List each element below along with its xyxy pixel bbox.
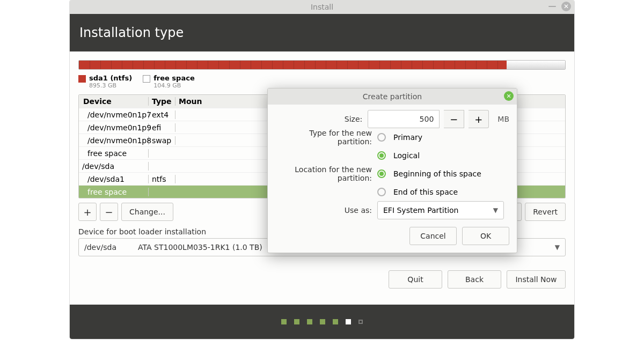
partition-device-cell: free space bbox=[79, 188, 149, 196]
partition-device-cell: /dev/nvme0n1p8 bbox=[79, 136, 149, 145]
step-dot-6-current bbox=[346, 319, 351, 324]
column-header-type[interactable]: Type bbox=[149, 97, 175, 106]
partition-location-label: Location for the new partition: bbox=[275, 165, 377, 182]
remove-partition-button[interactable]: − bbox=[100, 203, 118, 221]
chevron-down-icon: ▼ bbox=[493, 206, 498, 214]
bootloader-device-path: /dev/sda bbox=[84, 243, 116, 252]
change-partition-button[interactable]: Change... bbox=[121, 203, 173, 221]
step-dot-2 bbox=[294, 319, 299, 324]
partition-type-cell: swap bbox=[149, 136, 175, 145]
window-titlebar: Install ✕ bbox=[70, 0, 574, 14]
revert-button[interactable]: Revert bbox=[525, 203, 566, 221]
window-minimize-button[interactable] bbox=[548, 6, 556, 7]
window-title: Install bbox=[311, 3, 333, 11]
legend-free-name: free space bbox=[153, 74, 195, 82]
step-dot-7 bbox=[358, 320, 363, 324]
step-dot-4 bbox=[320, 319, 325, 324]
step-dot-5 bbox=[333, 319, 338, 324]
legend-free: free space 104.9 GB bbox=[143, 74, 195, 89]
dialog-close-button[interactable]: ✕ bbox=[504, 91, 514, 101]
size-input[interactable] bbox=[368, 110, 440, 128]
radio-primary-label: Primary bbox=[393, 133, 422, 142]
bootloader-device-desc: ATA ST1000LM035-1RK1 (1.0 TB) bbox=[138, 243, 262, 252]
partition-type-label: Type for the new partition: bbox=[275, 129, 377, 146]
quit-button[interactable]: Quit bbox=[389, 270, 442, 289]
disk-usage-bar bbox=[78, 60, 566, 70]
chevron-down-icon: ▼ bbox=[555, 243, 560, 251]
disk-usage-free-segment bbox=[507, 61, 565, 69]
size-label: Size: bbox=[275, 115, 368, 123]
step-dot-3 bbox=[307, 319, 312, 324]
disk-usage-legend: sda1 (ntfs) 895.3 GB free space 104.9 GB bbox=[78, 74, 566, 89]
page-header: Installation type bbox=[70, 14, 574, 51]
wizard-footer-buttons: Quit Back Install Now bbox=[78, 270, 566, 289]
wizard-progress-footer bbox=[70, 305, 574, 339]
legend-used: sda1 (ntfs) 895.3 GB bbox=[78, 74, 132, 89]
use-as-value: EFI System Partition bbox=[383, 206, 458, 215]
partition-type-cell: efi bbox=[149, 123, 175, 132]
dialog-cancel-button[interactable]: Cancel bbox=[409, 227, 457, 245]
partition-device-cell: free space bbox=[79, 149, 149, 158]
partition-device-cell: /dev/sda1 bbox=[79, 175, 149, 183]
use-as-label: Use as: bbox=[275, 206, 377, 215]
legend-used-name: sda1 (ntfs) bbox=[89, 74, 132, 82]
window-close-button[interactable]: ✕ bbox=[561, 2, 571, 11]
step-dot-1 bbox=[281, 319, 287, 324]
size-unit: MB bbox=[497, 115, 509, 123]
column-header-device[interactable]: Device bbox=[79, 97, 149, 106]
add-partition-button[interactable]: + bbox=[78, 203, 97, 221]
legend-used-swatch bbox=[78, 75, 86, 83]
radio-location-end-label: End of this space bbox=[393, 188, 458, 196]
size-decrement-button[interactable]: − bbox=[444, 110, 464, 128]
partition-device-cell: /dev/sda bbox=[79, 162, 149, 171]
legend-free-size: 104.9 GB bbox=[153, 82, 195, 89]
install-now-button[interactable]: Install Now bbox=[507, 270, 566, 289]
radio-logical[interactable] bbox=[377, 151, 386, 160]
dialog-titlebar: Create partition ✕ bbox=[268, 88, 517, 105]
dialog-title: Create partition bbox=[363, 92, 422, 101]
radio-location-end[interactable] bbox=[377, 188, 386, 196]
partition-device-cell: /dev/nvme0n1p9 bbox=[79, 123, 149, 132]
radio-primary[interactable] bbox=[377, 133, 386, 142]
back-button[interactable]: Back bbox=[448, 270, 501, 289]
page-title: Installation type bbox=[79, 25, 184, 40]
use-as-select[interactable]: EFI System Partition ▼ bbox=[377, 201, 504, 219]
radio-location-begin-label: Beginning of this space bbox=[393, 169, 481, 178]
size-increment-button[interactable]: + bbox=[469, 110, 489, 128]
dialog-ok-button[interactable]: OK bbox=[462, 227, 509, 245]
radio-logical-label: Logical bbox=[393, 151, 420, 160]
create-partition-dialog: Create partition ✕ Size: − + MB Type for… bbox=[267, 88, 517, 253]
legend-free-swatch bbox=[143, 75, 150, 83]
radio-location-begin[interactable] bbox=[377, 169, 386, 178]
partition-type-cell: ntfs bbox=[149, 175, 175, 183]
disk-usage-used-segment bbox=[79, 61, 507, 69]
partition-type-cell: ext4 bbox=[149, 110, 175, 119]
legend-used-size: 895.3 GB bbox=[89, 82, 132, 89]
partition-device-cell: /dev/nvme0n1p7 bbox=[79, 110, 149, 119]
